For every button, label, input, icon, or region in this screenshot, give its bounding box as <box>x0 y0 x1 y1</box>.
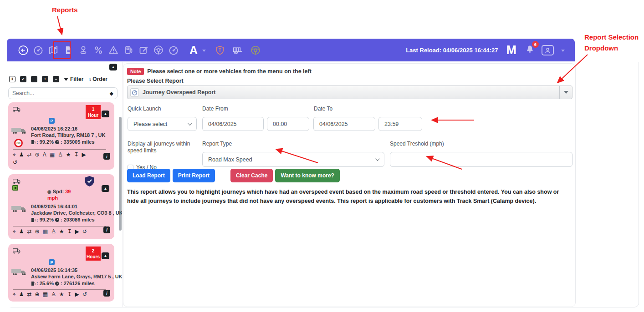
search-input[interactable] <box>12 90 110 96</box>
speed-readout: ◉ Spd: 39 <box>47 189 71 194</box>
download-icon[interactable]: ↧ <box>74 151 79 158</box>
bell-icon[interactable]: 6 <box>525 44 535 56</box>
location-stamp-icon[interactable] <box>78 45 89 55</box>
trailer-icon[interactable] <box>232 45 243 55</box>
vehicle-stats: : 99.2% : 335005 miles <box>31 139 95 145</box>
locate-icon[interactable]: ⌖ <box>13 291 16 297</box>
report-selection-dropdown[interactable]: Journey Overspeed Report <box>127 86 572 99</box>
load-report-button[interactable]: Load Report <box>127 169 170 182</box>
card-collapse-button[interactable]: ▲ <box>102 185 109 192</box>
filter-button[interactable]: Filter <box>64 76 83 82</box>
user-avatar-icon[interactable] <box>542 45 554 55</box>
contact-icon[interactable]: ♙ <box>58 151 63 158</box>
download-icon[interactable]: ↧ <box>67 228 72 235</box>
fuel-icon[interactable] <box>123 45 134 55</box>
odometer-value: : 335005 miles <box>61 139 95 145</box>
odometer-mini-icon <box>55 140 60 145</box>
info-badge[interactable]: i <box>103 153 110 160</box>
favourite-icon[interactable]: ★ <box>59 291 64 297</box>
report-type-select[interactable]: Road Max Speed <box>202 152 384 167</box>
play-icon[interactable]: ▶ <box>75 228 79 235</box>
geofence-icon[interactable]: ⊕ <box>35 151 40 158</box>
swap-icon[interactable]: ⇄ <box>27 151 32 158</box>
driver-icon[interactable]: ♟ <box>19 228 24 235</box>
vehicle-type-icon <box>13 106 20 114</box>
locate-icon[interactable]: ⌖ <box>13 228 16 235</box>
download-icon[interactable]: ↧ <box>67 291 72 297</box>
steering-wheel-icon[interactable] <box>153 45 164 55</box>
history-icon[interactable]: ↺ <box>13 159 17 166</box>
favourite-icon[interactable]: ★ <box>66 151 71 158</box>
contact-icon[interactable]: ♙ <box>51 228 56 235</box>
play-icon[interactable]: ▶ <box>82 151 86 158</box>
want-to-know-more-button[interactable]: Want to know more? <box>275 169 340 182</box>
quick-launch-value: Please select <box>133 121 167 127</box>
driver-icon[interactable]: ♟ <box>19 151 24 158</box>
locate-icon[interactable]: ⌖ <box>13 151 16 158</box>
vehicle-card[interactable]: 1 Hour ▲ P 04/06/2025 16:22:16 Fort Road… <box>8 102 114 170</box>
pause-toggle-icon[interactable]: Ⅱ <box>9 76 15 82</box>
avatar-caret-icon[interactable] <box>561 50 565 52</box>
vehicle-stats: : 25.6% : 276126 miles <box>31 281 95 286</box>
reports-highlight-box <box>53 41 71 59</box>
driver-support-icon[interactable] <box>250 45 261 55</box>
geofence-icon[interactable]: ⊕ <box>35 228 40 235</box>
history-icon[interactable]: ↺ <box>82 291 87 297</box>
odometer-mini-icon <box>55 281 60 286</box>
report-gauge-icon <box>130 88 139 97</box>
card-collapse-button[interactable]: ▲ <box>102 111 109 117</box>
quick-launch-select[interactable]: Please select <box>128 117 197 131</box>
solid-square-toggle-icon[interactable] <box>31 76 37 82</box>
forms-edit-icon[interactable] <box>138 45 149 55</box>
odometer-value: : 203086 miles <box>61 217 95 222</box>
back-icon[interactable] <box>18 45 29 55</box>
sidebar-collapse-button[interactable]: ▲ <box>109 64 117 70</box>
play-icon[interactable]: ▶ <box>75 291 79 297</box>
badge-value: 2 <box>86 248 101 254</box>
speed-threshold-input[interactable] <box>390 152 572 167</box>
offers-percent-icon[interactable] <box>93 45 104 55</box>
auto-icon[interactable]: A <box>43 151 46 158</box>
clear-cache-button[interactable]: Clear Cache <box>230 169 273 182</box>
info-badge[interactable]: i <box>103 290 110 297</box>
vehicle-card[interactable]: ▲ ◉ Spd: 39 mph 04/06/2025 16:44:01 Jack… <box>8 174 114 239</box>
dashboard2-icon[interactable] <box>168 45 179 55</box>
badge-value: 1 <box>86 106 101 112</box>
note-row: Note Please select one or more vehicles … <box>127 68 312 75</box>
schedule-icon[interactable]: ▦ <box>43 291 48 297</box>
parked-badge: P <box>49 259 55 265</box>
card-collapse-button[interactable]: ▲ <box>102 252 109 259</box>
swap-icon[interactable]: ⇄ <box>27 228 32 235</box>
date-from-label: Date From <box>202 106 228 112</box>
clear-search-icon[interactable]: ◆ <box>110 91 113 96</box>
driver-icon[interactable]: ♟ <box>19 291 24 297</box>
order-button[interactable]: ↑↓ Order <box>88 76 107 82</box>
date-to-input[interactable] <box>313 117 375 131</box>
time-from-input[interactable] <box>267 117 309 131</box>
contact-icon[interactable]: ♙ <box>51 291 56 297</box>
schedule-icon[interactable]: ▦ <box>43 228 48 235</box>
vehicle-card[interactable]: 2 Hours ▲ P 04/06/2025 16:14:35 Askew Fa… <box>8 244 114 302</box>
time-to-input[interactable] <box>378 117 422 131</box>
select-all-checkbox-icon[interactable]: ✓ <box>20 76 26 82</box>
info-badge[interactable]: i <box>103 226 110 233</box>
report-select-label: Please Select Report <box>127 78 184 84</box>
history-icon[interactable]: ↺ <box>82 228 87 235</box>
swap-icon[interactable]: ⇄ <box>27 291 32 297</box>
filter-label: Filter <box>70 76 83 82</box>
dashboard-icon[interactable] <box>33 45 44 55</box>
idle-duration-badge: 2 Hours <box>86 247 101 261</box>
dropdown-caret[interactable] <box>559 86 572 99</box>
chevron-down-icon <box>375 156 380 161</box>
alerts-icon[interactable] <box>108 45 119 55</box>
geofence-icon[interactable]: ⊕ <box>35 291 40 297</box>
collapse-all-icon[interactable]: − <box>53 76 59 82</box>
brand-a-caret-icon[interactable] <box>202 50 206 52</box>
print-report-button[interactable]: Print Report <box>173 169 215 182</box>
favourite-icon[interactable]: ★ <box>59 228 64 235</box>
shield-icon[interactable] <box>215 45 225 55</box>
date-from-input[interactable] <box>202 117 264 131</box>
schedule-icon[interactable]: ▦ <box>50 151 55 158</box>
quick-launch-label: Quick Launch <box>128 106 161 112</box>
expand-all-icon[interactable]: + <box>42 76 48 82</box>
